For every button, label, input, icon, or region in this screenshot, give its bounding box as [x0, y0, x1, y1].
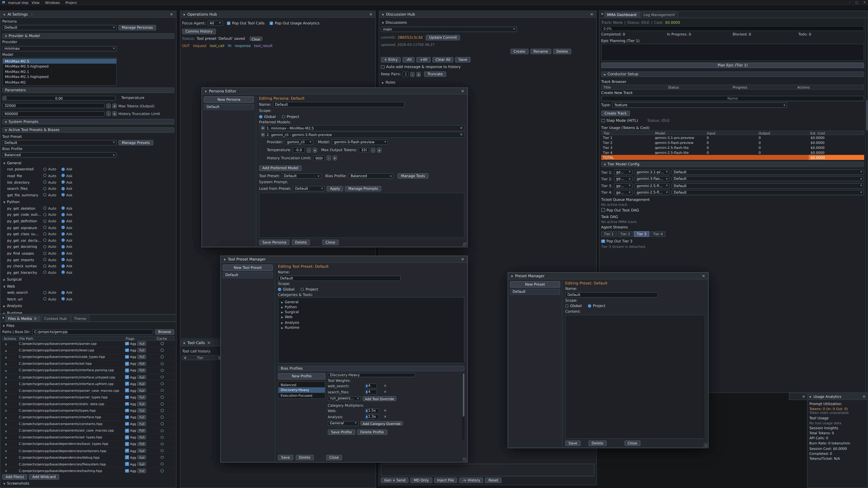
- auto-radio[interactable]: [43, 291, 46, 294]
- manage-prompts-button[interactable]: Manage Prompts: [345, 186, 381, 191]
- remove-file-button[interactable]: x: [3, 442, 19, 446]
- composer-button[interactable]: -> History: [459, 477, 484, 483]
- model-option[interactable]: MiniMax-M2.5-highspeed: [3, 64, 116, 69]
- auto-radio[interactable]: [43, 181, 46, 184]
- discussion-branch-select[interactable]: main: [381, 27, 517, 32]
- message-composer-input[interactable]: [381, 464, 594, 476]
- add-wildcard-button[interactable]: Add Wildcard: [29, 474, 59, 480]
- close-icon[interactable]: [33, 317, 37, 321]
- ask-radio[interactable]: [61, 264, 65, 268]
- remove-file-button[interactable]: x: [3, 341, 19, 346]
- collapse-icon[interactable]: [2, 315, 4, 320]
- increment-button[interactable]: +: [333, 156, 337, 161]
- track-type-select[interactable]: feature: [612, 103, 787, 108]
- ask-radio[interactable]: [61, 297, 65, 301]
- tool-preset-select[interactable]: Default: [2, 140, 117, 145]
- close-icon[interactable]: [461, 89, 464, 93]
- ask-radio[interactable]: [61, 219, 65, 223]
- ask-radio[interactable]: [61, 291, 65, 294]
- maximize-icon[interactable]: ▢: [855, 0, 858, 4]
- clear-status-button[interactable]: Clear: [249, 36, 262, 41]
- comms-history-button[interactable]: Comms History: [182, 29, 216, 34]
- scope-global-radio[interactable]: [565, 304, 568, 308]
- collapse-icon[interactable]: [205, 89, 207, 93]
- update-commit-button[interactable]: Update Commit: [426, 35, 460, 40]
- agg-checkbox[interactable]: [125, 382, 129, 386]
- tier-model-select[interactable]: gemini-3.1-pro-preview: [634, 169, 670, 175]
- remove-weight-icon[interactable]: [383, 384, 386, 388]
- agg-checkbox[interactable]: [125, 409, 129, 412]
- model-option[interactable]: MiniMax-M2.1: [3, 69, 116, 74]
- tool-override-select[interactable]: run_powershell: [328, 396, 361, 401]
- preset-content-input[interactable]: [565, 315, 705, 439]
- category-tree-item[interactable]: Runtime: [280, 325, 463, 330]
- model-select[interactable]: gemini-3-flash-preview: [332, 139, 388, 145]
- category-tree-item[interactable]: Python: [280, 304, 463, 309]
- add-category-override-button[interactable]: Add Category Override: [360, 421, 403, 426]
- collapse-icon[interactable]: [382, 12, 384, 17]
- close-icon[interactable]: [461, 257, 464, 261]
- resize-grip[interactable]: [463, 457, 467, 461]
- composer-button[interactable]: MD Only: [410, 477, 432, 483]
- remove-model-icon[interactable]: [460, 126, 463, 130]
- collapse-icon[interactable]: [3, 12, 5, 17]
- full-button[interactable]: Full: [137, 341, 146, 346]
- auto-radio[interactable]: [43, 213, 46, 217]
- tier-provider-select[interactable]: gemini: [614, 190, 633, 195]
- agg-checkbox[interactable]: [125, 449, 129, 453]
- collapse-icon[interactable]: [5, 34, 7, 38]
- discussion-manage-button[interactable]: Rename: [530, 49, 552, 54]
- collapse-icon[interactable]: [5, 120, 7, 124]
- new-tool-preset-button[interactable]: New Tool Preset: [222, 265, 273, 271]
- tool-group-surgical[interactable]: Surgical: [2, 276, 175, 283]
- truncate-button[interactable]: Truncate: [424, 72, 446, 77]
- increment-button[interactable]: +: [416, 72, 421, 77]
- preset-list-item[interactable]: Default: [510, 289, 560, 295]
- full-button[interactable]: Full: [137, 355, 146, 359]
- persona-name-input[interactable]: [273, 102, 405, 107]
- panel-menu-icon[interactable]: [30, 12, 34, 17]
- remove-file-button[interactable]: x: [3, 389, 19, 392]
- remove-file-button[interactable]: x: [3, 382, 19, 386]
- increment-button[interactable]: +: [112, 103, 117, 108]
- stream-tab[interactable]: Tier 4: [650, 231, 666, 236]
- tool-preset-select[interactable]: Default: [282, 173, 321, 179]
- minimize-icon[interactable]: –: [849, 0, 850, 4]
- collapse-icon[interactable]: [809, 394, 811, 398]
- table-row[interactable]: x C:/projects/gencpp/base/components/sta…: [2, 401, 175, 408]
- auto-radio[interactable]: [43, 174, 46, 177]
- collapse-icon[interactable]: [183, 12, 185, 17]
- collapse-icon[interactable]: [223, 257, 225, 262]
- new-preset-button[interactable]: New Preset: [510, 281, 560, 288]
- history-entry-button[interactable]: Clear All: [432, 57, 454, 62]
- decrement-button[interactable]: -: [307, 148, 311, 153]
- tier-model-select[interactable]: gemini-2.5-flash-lite: [634, 183, 670, 188]
- add-files-button[interactable]: Add File(s): [2, 474, 27, 480]
- tab-mma-dashboard[interactable]: MMA Dashboard: [604, 11, 640, 18]
- pop-out-dag-checkbox[interactable]: [601, 208, 605, 212]
- full-button[interactable]: Full: [137, 442, 146, 446]
- profile-name-input[interactable]: [328, 373, 415, 378]
- tab-theme[interactable]: Theme: [70, 315, 90, 322]
- create-track-button[interactable]: Create Track: [601, 110, 630, 116]
- auto-radio[interactable]: [43, 271, 46, 274]
- chevron-down-icon[interactable]: [604, 162, 606, 166]
- plan-epic-button[interactable]: Plan Epic (Tier 1): [601, 63, 864, 68]
- ask-radio[interactable]: [61, 213, 65, 217]
- add-tool-override-button[interactable]: Add Tool Override: [363, 396, 397, 401]
- temperature-input[interactable]: [293, 147, 305, 153]
- auto-radio[interactable]: [43, 168, 46, 171]
- remove-file-button[interactable]: x: [3, 435, 19, 439]
- remove-file-button[interactable]: x: [3, 415, 19, 419]
- tool-preset-name-input[interactable]: [278, 275, 401, 281]
- agg-checkbox[interactable]: [125, 389, 129, 392]
- full-button[interactable]: Full: [137, 362, 146, 366]
- tier-preset-select[interactable]: Default: [672, 169, 864, 175]
- new-persona-button[interactable]: New Persona: [204, 96, 254, 103]
- remove-file-button[interactable]: x: [3, 355, 19, 359]
- close-icon[interactable]: [702, 274, 705, 278]
- model-option[interactable]: MiniMax-M2.1-highspeed: [3, 74, 116, 79]
- history-entry-button[interactable]: -All: [403, 57, 415, 62]
- tool-group-runtime[interactable]: Runtime: [2, 310, 175, 314]
- bias-profile-item[interactable]: Balanced: [278, 382, 325, 387]
